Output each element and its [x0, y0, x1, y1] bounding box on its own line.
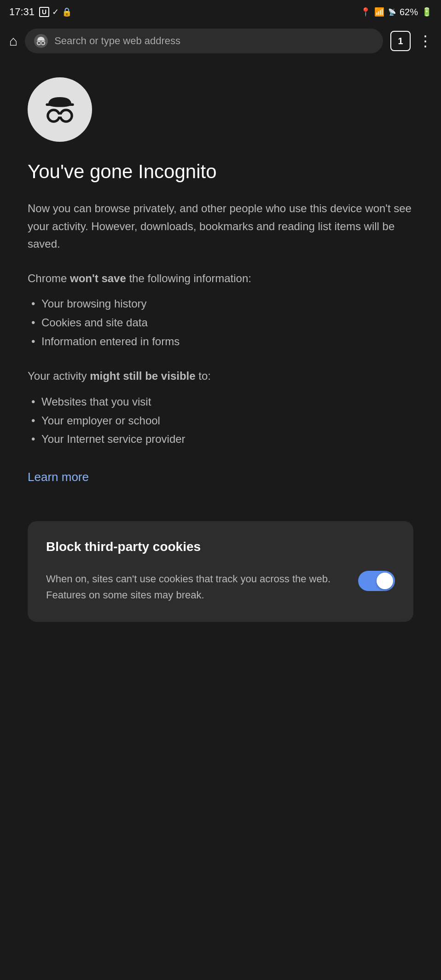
incognito-title: You've gone Incognito: [28, 160, 413, 183]
status-time: 17:31 U ✓ 🔒: [9, 6, 72, 18]
list-item: Cookies and site data: [28, 313, 413, 332]
cookie-toggle[interactable]: [358, 571, 395, 591]
svg-rect-6: [46, 104, 74, 106]
learn-more-link[interactable]: Learn more: [28, 470, 89, 484]
main-content: You've gone Incognito Now you can browse…: [0, 59, 441, 640]
menu-button[interactable]: ⋮: [418, 34, 432, 48]
lock-icon: 🔒: [62, 7, 72, 17]
toggle-thumb: [377, 573, 393, 589]
wont-save-suffix: the following information:: [126, 272, 251, 284]
visible-text: Your activity might still be visible to:: [28, 367, 413, 385]
incognito-small-icon: [34, 34, 48, 48]
visible-bold: might still be visible: [90, 370, 195, 382]
svg-rect-4: [40, 43, 42, 44]
svg-rect-9: [57, 115, 63, 117]
list-item: Your Internet service provider: [28, 430, 413, 449]
list-item: Information entered in forms: [28, 332, 413, 351]
home-button[interactable]: ⌂: [9, 33, 17, 49]
wont-save-list: Your browsing history Cookies and site d…: [28, 295, 413, 351]
cookie-card: Block third-party cookies When on, sites…: [28, 521, 413, 621]
list-item: Websites that you visit: [28, 393, 413, 412]
battery-icon: 🔋: [422, 7, 432, 17]
svg-rect-1: [37, 40, 45, 41]
visible-list: Websites that you visit Your employer or…: [28, 393, 413, 449]
time-display: 17:31: [9, 6, 35, 18]
incognito-description: Now you can browse privately, and other …: [28, 200, 413, 253]
toggle-track: [358, 571, 395, 591]
cookie-title: Block third-party cookies: [46, 539, 395, 554]
wont-save-bold: won't save: [70, 272, 126, 284]
list-item: Your browsing history: [28, 295, 413, 313]
signal-icon: 📡: [388, 8, 396, 16]
status-icons-right: 📍 📶 📡 62% 🔋: [360, 7, 432, 17]
cookie-description: When on, sites can't use cookies that tr…: [46, 571, 349, 603]
u-icon: U: [39, 7, 49, 17]
wont-save-text: Chrome won't save the following informat…: [28, 270, 413, 287]
cookie-content: When on, sites can't use cookies that tr…: [46, 571, 395, 603]
location-icon: 📍: [360, 7, 371, 17]
incognito-icon: [39, 89, 81, 130]
battery-display: 62%: [400, 7, 418, 17]
address-bar[interactable]: Search or type web address: [25, 29, 383, 53]
address-input[interactable]: Search or type web address: [54, 35, 374, 47]
browser-toolbar: ⌂ Search or type web address 1 ⋮: [0, 23, 441, 59]
svg-point-0: [34, 34, 48, 48]
cookie-text: When on, sites can't use cookies that tr…: [46, 571, 349, 603]
list-item: Your employer or school: [28, 412, 413, 430]
wifi-icon: 📶: [374, 7, 384, 17]
tab-count-button[interactable]: 1: [390, 31, 411, 51]
status-icons-left: U ✓ 🔒: [39, 7, 72, 17]
visible-suffix: to:: [196, 370, 211, 382]
status-bar: 17:31 U ✓ 🔒 📍 📶 📡 62% 🔋: [0, 0, 441, 23]
checkmark-icon: ✓: [52, 7, 59, 17]
incognito-avatar: [28, 77, 92, 142]
